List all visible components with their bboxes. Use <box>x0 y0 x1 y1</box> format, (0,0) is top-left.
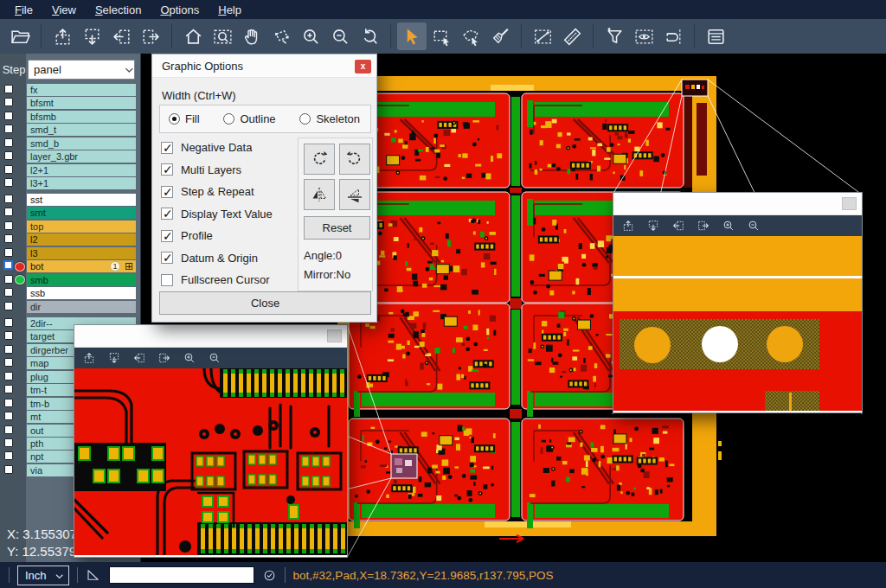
layer-visibility-checkbox[interactable] <box>4 302 13 310</box>
layer-visibility-checkbox[interactable] <box>4 85 13 93</box>
checkbox-icon[interactable] <box>161 230 173 242</box>
layer-row[interactable]: l2 <box>0 233 141 246</box>
home-view-button[interactable] <box>178 22 208 50</box>
magnifier-view[interactable] <box>74 368 347 555</box>
layer-label[interactable]: smb <box>27 274 136 286</box>
layer-visibility-checkbox[interactable] <box>4 385 13 393</box>
radio-icon[interactable] <box>299 113 311 125</box>
layer-row[interactable]: bfsmb <box>0 111 141 124</box>
zoom-in-icon[interactable] <box>183 351 196 365</box>
layer-visibility-checkbox[interactable] <box>4 399 13 407</box>
layer-visibility-checkbox[interactable] <box>4 345 13 354</box>
layer-row[interactable]: sst <box>0 194 141 207</box>
zoom-out-icon[interactable] <box>747 219 761 233</box>
pan-left-icon[interactable] <box>671 219 685 233</box>
layer-visibility-checkbox[interactable] <box>4 438 13 447</box>
layer-visibility-checkbox[interactable] <box>4 465 13 474</box>
checkbox-icon[interactable] <box>161 252 173 264</box>
layer-visibility-checkbox[interactable] <box>4 178 13 187</box>
menu-item[interactable]: Help <box>209 2 251 18</box>
layer-visibility-checkbox[interactable] <box>4 331 13 340</box>
rect-select-button[interactable] <box>427 22 456 50</box>
zoom-out-button[interactable] <box>325 22 355 50</box>
checkbox-icon[interactable] <box>161 274 173 286</box>
layer-label[interactable]: smd_b <box>27 137 136 150</box>
pan-up-icon[interactable] <box>82 351 96 365</box>
pan-up-button[interactable] <box>48 22 77 50</box>
layer-label[interactable]: bfsmb <box>27 111 136 123</box>
unit-select[interactable]: Inch <box>17 566 69 585</box>
layer-visibility-checkbox[interactable] <box>4 195 13 203</box>
pan-right-icon[interactable] <box>697 219 710 233</box>
polygon-select-button[interactable] <box>456 22 485 50</box>
layer-visibility-checkbox[interactable] <box>4 288 13 297</box>
layer-label[interactable]: dir <box>27 301 136 313</box>
zoom-previous-button[interactable] <box>355 22 384 50</box>
display-option[interactable]: Negative Data <box>161 141 273 154</box>
radio-icon[interactable] <box>169 113 180 125</box>
layer-visibility-checkbox[interactable] <box>4 98 13 106</box>
view-overlay-button[interactable] <box>629 22 658 50</box>
magnifier-view[interactable] <box>613 236 862 411</box>
rotate-ccw-button[interactable] <box>339 144 370 175</box>
zoom-in-button[interactable] <box>296 22 325 50</box>
dialog-titlebar[interactable]: Graphic Options x <box>152 54 376 78</box>
zoom-out-icon[interactable] <box>208 351 222 365</box>
display-option[interactable]: Datum & Origin <box>161 252 273 265</box>
layer-row[interactable]: l3 <box>0 247 141 260</box>
pan-right-icon[interactable] <box>157 351 171 365</box>
display-option[interactable]: Display Text Value <box>161 208 273 220</box>
step-select[interactable]: panel <box>28 60 135 80</box>
layer-visibility-checkbox[interactable] <box>4 112 13 120</box>
layer-row[interactable]: bot 1 ⊞ <box>0 260 141 273</box>
pan-down-icon[interactable] <box>646 219 660 233</box>
display-option[interactable]: Multi Layers <box>161 163 273 176</box>
width-mode-option[interactable]: Skeleton <box>299 112 360 125</box>
layer-label[interactable]: smd_t <box>27 124 136 136</box>
magnifier-titlebar[interactable] <box>74 325 347 348</box>
layer-label[interactable]: l3+1 <box>27 177 136 189</box>
menu-item[interactable]: Options <box>151 2 209 18</box>
radio-icon[interactable] <box>223 113 234 125</box>
graphic-options-dialog[interactable]: Graphic Options x Width (Ctrl+W) Fill Ou… <box>151 54 377 323</box>
layer-visibility-checkbox[interactable] <box>4 221 13 230</box>
layer-label[interactable]: ssb <box>27 287 136 299</box>
popup-menu-button[interactable] <box>327 329 342 342</box>
layers-panel-button[interactable] <box>701 22 730 50</box>
close-button[interactable]: Close <box>159 291 371 315</box>
snap-magnet-button[interactable] <box>658 22 688 50</box>
layer-label[interactable]: smt <box>27 207 136 219</box>
layer-row[interactable]: l3+1 <box>0 177 141 190</box>
checkbox-icon[interactable] <box>161 163 173 176</box>
layer-visibility-checkbox[interactable] <box>4 275 13 284</box>
layer-label[interactable]: sst <box>27 194 136 206</box>
snap-corner-icon[interactable] <box>86 567 101 583</box>
menu-item[interactable]: Selection <box>86 2 151 18</box>
layer-visibility-checkbox[interactable] <box>4 248 13 257</box>
layer-label[interactable]: fx <box>27 84 136 96</box>
menu-item[interactable]: File <box>5 2 42 18</box>
pan-down-icon[interactable] <box>107 351 121 365</box>
magnifier-window-left[interactable] <box>74 324 348 558</box>
checkbox-icon[interactable] <box>161 142 173 154</box>
width-mode-option[interactable]: Outline <box>223 112 275 125</box>
magnifier-titlebar[interactable] <box>613 193 862 215</box>
layer-row[interactable]: dir <box>0 301 141 314</box>
mirror-vertical-button[interactable] <box>339 179 370 210</box>
reset-button[interactable]: Reset <box>304 216 370 240</box>
layer-visibility-checkbox[interactable] <box>4 358 13 367</box>
layer-visibility-checkbox[interactable] <box>3 260 13 270</box>
layer-row[interactable]: top <box>0 220 141 233</box>
select-cursor-button[interactable] <box>397 22 427 50</box>
dialog-close-button[interactable]: x <box>355 60 371 74</box>
layer-label[interactable]: l3 <box>27 247 136 259</box>
magnifier-window-right[interactable] <box>613 192 863 413</box>
layer-row[interactable]: smb <box>0 274 141 287</box>
layer-visibility-checkbox[interactable] <box>4 151 13 160</box>
width-mode-option[interactable]: Fill <box>169 112 200 125</box>
display-option[interactable]: Profile <box>161 229 273 242</box>
layer-row[interactable]: smd_t <box>0 124 141 137</box>
command-input[interactable] <box>109 566 254 584</box>
layer-visibility-checkbox[interactable] <box>4 165 13 174</box>
pan-left-button[interactable] <box>106 22 136 50</box>
